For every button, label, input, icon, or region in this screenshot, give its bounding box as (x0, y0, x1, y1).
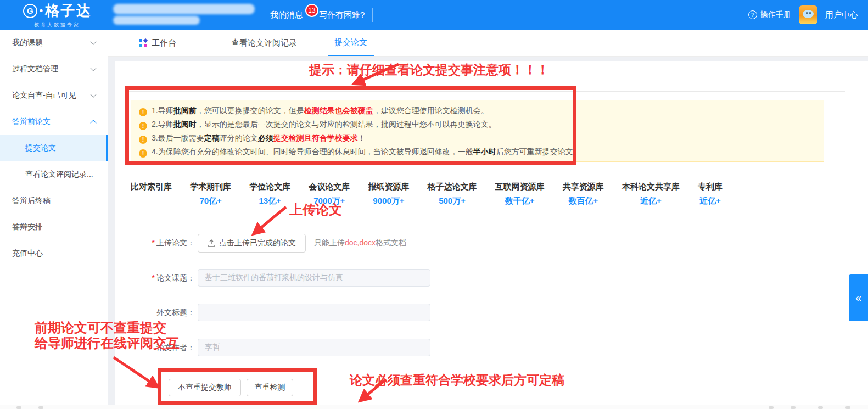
divider (125, 218, 662, 218)
taskbar-sliver (0, 405, 868, 409)
paper-title-label: *论文课题： (130, 273, 195, 283)
required-mark: * (152, 273, 155, 282)
database-stat: 学位论文库13亿+ (249, 182, 290, 206)
paper-author-input[interactable] (198, 339, 430, 356)
sidebar-item-process-docs[interactable]: 过程文档管理 (0, 56, 108, 82)
header-separator (372, 8, 373, 22)
upload-icon (208, 239, 215, 247)
required-mark: * (152, 238, 155, 247)
my-messages-link[interactable]: 我的消息 13 (262, 10, 311, 20)
database-stat: 专利库近亿+ (698, 182, 723, 206)
avatar[interactable] (799, 5, 817, 24)
warning-icon: ! (139, 122, 147, 130)
sidebar-item-label: 提交论文 (25, 143, 56, 153)
database-name: 会议论文库 (309, 182, 350, 192)
database-stat: 互联网资源库数千亿+ (495, 182, 545, 206)
database-count: 13亿+ (249, 196, 290, 206)
annotation-finalize-tip: 论文必须查重符合学校要求后方可定稿 (350, 372, 564, 389)
sidebar-item-my-topics[interactable]: 我的课题 (0, 30, 108, 56)
database-name: 比对索引库 (131, 182, 172, 192)
database-count: 数千亿+ (495, 196, 545, 206)
database-count: 数百亿+ (563, 196, 604, 206)
notice-item: !2.导师批阅时，显示的是您最后一次提交的论文与对应的检测结果，批阅过程中您不可… (139, 117, 816, 131)
question-circle-icon: ? (748, 10, 757, 19)
allowed-formats: doc,docx (345, 238, 376, 247)
header-nav: 我的消息 13 写作有困难? (262, 0, 373, 30)
sidebar-item-self-check[interactable]: 论文自查-自己可见 (0, 82, 108, 109)
sidebar-item-final-draft[interactable]: 答辩后终稿 (0, 188, 108, 214)
divider (125, 91, 845, 92)
notice-item: !3.最后一版需要定稿评分的论文必须提交检测且符合学校要求！ (139, 131, 816, 145)
top-header: G • 格子达 — 教育大数据专家 — 我的消息 13 写作有困难? ? 操作手… (0, 0, 868, 30)
app-logo: G • 格子达 — 教育大数据专家 — (11, 1, 103, 29)
sidebar-item-defense-schedule[interactable]: 答辩安排 (0, 214, 108, 240)
database-name: 格子达论文库 (428, 182, 477, 192)
database-count: 近亿+ (622, 196, 680, 206)
database-name: 学位论文库 (249, 182, 290, 192)
sidebar-item-label: 充值中心 (12, 249, 43, 259)
tab-bar: 工作台 查看论文评阅记录 提交论文 (108, 30, 868, 57)
sidebar-item-submit-paper[interactable]: 提交论文 (0, 135, 108, 161)
notice-list: !1.导师批阅前，您可以更换提交的论文，但是检测结果也会被覆盖，建议您合理使用论… (139, 104, 816, 159)
warning-icon: ! (139, 136, 147, 144)
paper-title-input[interactable] (198, 269, 430, 287)
tab-review-records[interactable]: 查看论文评阅记录 (225, 30, 304, 56)
database-count: 500万+ (428, 196, 477, 206)
panel-collapse-handle[interactable]: « (849, 274, 868, 321)
sidebar-item-recharge-center[interactable]: 充值中心 (0, 240, 108, 267)
tab-submit-paper[interactable]: 提交论文 (328, 30, 374, 56)
sidebar-item-review-records[interactable]: 查看论文评阅记录... (0, 161, 108, 188)
database-name: 共享资源库 (563, 182, 604, 192)
header-divider (107, 5, 107, 24)
sidebar-item-label: 我的课题 (12, 38, 43, 48)
notice-item: !1.导师批阅前，您可以更换提交的论文，但是检测结果也会被覆盖，建议您合理使用论… (139, 104, 816, 117)
chevron-down-icon (90, 38, 96, 44)
database-name: 互联网资源库 (495, 182, 545, 192)
sidebar-item-label: 过程文档管理 (12, 64, 58, 74)
chevron-down-icon (90, 91, 96, 97)
workbench-grid-icon (139, 39, 147, 47)
chevron-down-icon (90, 65, 96, 71)
sidebar-item-label: 答辩安排 (12, 222, 43, 232)
warning-icon: ! (139, 108, 147, 116)
chevron-up-icon (90, 120, 96, 126)
page: G • 格子达 — 教育大数据专家 — 我的消息 13 写作有困难? ? 操作手… (0, 0, 868, 409)
redacted-user-info (113, 4, 255, 14)
manual-label: 操作手册 (760, 10, 791, 20)
database-stats-row: 比对索引库学术期刊库70亿+学位论文库13亿+会议论文库7000万+报纸资源库9… (131, 182, 723, 206)
foreign-title-label: 外文标题： (130, 308, 195, 318)
logo-name: 格子达 (45, 1, 91, 20)
sidebar-item-label: 查看论文评阅记录... (25, 170, 93, 180)
logo-mark-icon: G (23, 4, 37, 18)
user-center-link[interactable]: 用户中心 (825, 10, 858, 20)
submit-without-check-button[interactable]: 不查重提交教师 (169, 379, 241, 396)
tab-label: 工作台 (152, 38, 176, 48)
warning-icon: ! (139, 149, 147, 158)
writing-help-link[interactable]: 写作有困难? (311, 10, 372, 20)
database-stat: 学术期刊库70亿+ (190, 182, 231, 206)
notice-box: !1.导师批阅前，您可以更换提交的论文，但是检测结果也会被覆盖，建议您合理使用论… (131, 100, 824, 162)
database-stat: 本科论文共享库近亿+ (622, 182, 680, 206)
notice-item: !4.为保障您有充分的修改论文时间、同时给导师合理的休息时间，当论文被导师退回修… (139, 145, 816, 159)
database-count (131, 196, 172, 206)
redacted-user-info (113, 16, 200, 25)
annotation-left-tip: 前期论文可不查重提交 给导师进行在线评阅交互 (35, 320, 180, 351)
database-stat: 报纸资源库9000万+ (368, 182, 409, 206)
upload-paper-button[interactable]: 点击上传已完成的论文 (198, 234, 306, 253)
database-stat: 格子达论文库500万+ (428, 182, 477, 206)
annotation-upload-tip: 上传论文 (289, 201, 342, 218)
logo-bullet: • (40, 5, 43, 16)
logo-tagline: — 教育大数据专家 — (24, 21, 89, 29)
foreign-title-input[interactable] (198, 304, 430, 321)
tab-workbench[interactable]: 工作台 (132, 30, 183, 56)
database-count: 近亿+ (698, 196, 723, 206)
plagiarism-check-button[interactable]: 查重检测 (247, 379, 293, 396)
database-name: 本科论文共享库 (622, 182, 680, 192)
upload-button-label: 点击上传已完成的论文 (219, 238, 296, 248)
manual-link[interactable]: ? 操作手册 (748, 10, 791, 20)
sidebar-item-label: 答辩前论文 (12, 117, 51, 127)
database-count: 70亿+ (190, 196, 231, 206)
sidebar-item-pre-defense[interactable]: 答辩前论文 (0, 109, 108, 135)
database-count: 9000万+ (368, 196, 409, 206)
header-right: ? 操作手册 用户中心 (748, 0, 858, 30)
